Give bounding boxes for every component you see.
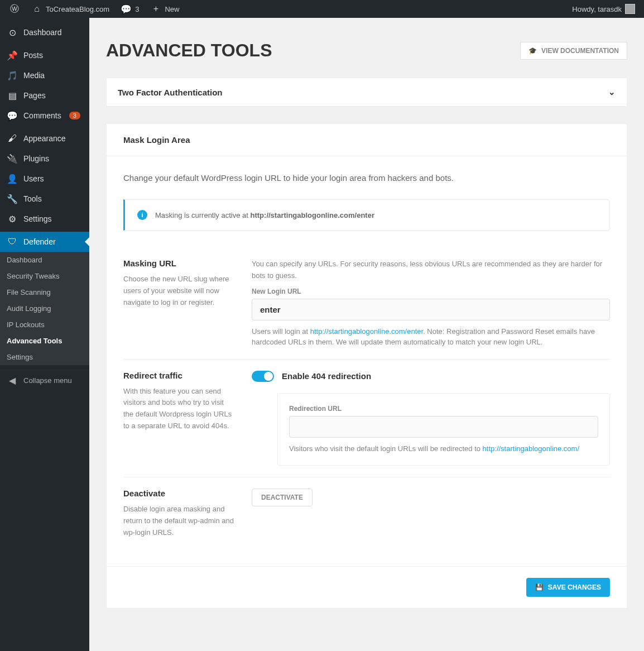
sidebar-item-label: Users: [23, 174, 44, 183]
notice-text: Masking is currently active at http://st…: [155, 211, 374, 219]
media-icon: 🎵: [7, 70, 18, 81]
toggle-label: Enable 404 redirection: [282, 371, 371, 381]
section-title: Redirect traffic: [123, 371, 235, 380]
account-link[interactable]: Howdy, tarasdk: [568, 0, 640, 18]
info-icon: i: [137, 210, 147, 220]
two-factor-panel: Two Factor Authentication ⌄: [106, 78, 627, 107]
redirect-toggle[interactable]: [252, 371, 274, 382]
save-btn-label: SAVE CHANGES: [548, 583, 601, 591]
user-icon: 👤: [7, 173, 18, 184]
section-right-desc: You can specify any URLs. For security r…: [252, 259, 610, 282]
redirect-section: Redirect traffic With this feature you c…: [123, 359, 610, 477]
brush-icon: 🖌: [7, 133, 18, 144]
submenu-file-scanning[interactable]: File Scanning: [0, 284, 89, 300]
collapse-icon: ◀: [7, 375, 18, 386]
panel-header: Mask Login Area: [107, 124, 627, 156]
sidebar-item-tools[interactable]: 🔧Tools: [0, 189, 89, 209]
submenu-audit-logging[interactable]: Audit Logging: [0, 300, 89, 317]
avatar: [625, 4, 635, 14]
accordion-title: Two Factor Authentication: [118, 88, 223, 97]
redirection-box: Redirection URL Visitors who visit the d…: [277, 393, 610, 466]
comments-badge: 3: [69, 112, 80, 119]
view-documentation-button[interactable]: 🎓VIEW DOCUMENTATION: [520, 42, 627, 60]
active-notice: i Masking is currently active at http://…: [123, 199, 610, 231]
sidebar-item-settings[interactable]: ⚙Settings: [0, 209, 89, 229]
sidebar-item-label: Defender: [23, 237, 56, 246]
sidebar-item-comments[interactable]: 💬Comments3: [0, 106, 89, 126]
sidebar-item-label: Appearance: [23, 134, 66, 143]
dashboard-icon: ⊙: [7, 27, 18, 38]
submenu-ip-lockouts[interactable]: IP Lockouts: [0, 317, 89, 333]
defender-submenu: Dashboard Security Tweaks File Scanning …: [0, 252, 89, 365]
masking-url-section: Masking URL Choose the new URL slug wher…: [123, 247, 610, 359]
login-url-input[interactable]: [252, 299, 610, 320]
sidebar-item-plugins[interactable]: 🔌Plugins: [0, 149, 89, 169]
section-desc: Disable login area masking and return to…: [123, 504, 235, 538]
redirection-url-input[interactable]: [289, 416, 598, 438]
new-link[interactable]: +New: [146, 0, 184, 18]
sidebar-item-label: Settings: [23, 214, 52, 223]
sidebar-item-dashboard[interactable]: ⊙Dashboard: [0, 22, 89, 42]
collapse-menu[interactable]: ◀Collapse menu: [0, 370, 89, 390]
save-icon: 💾: [535, 583, 544, 591]
sidebar-item-label: Pages: [23, 91, 46, 100]
admin-sidebar: ⊙Dashboard 📌Posts 🎵Media ▤Pages 💬Comment…: [0, 18, 89, 651]
login-url-link[interactable]: http://startingablogonline.com/enter: [310, 327, 423, 336]
redirection-url-label: Redirection URL: [289, 405, 598, 413]
new-label: New: [165, 5, 179, 13]
section-desc: With this feature you can send visitors …: [123, 386, 235, 432]
deactivate-button[interactable]: DEACTIVATE: [252, 489, 313, 506]
sidebar-item-label: Tools: [23, 194, 42, 203]
section-title: Masking URL: [123, 259, 235, 268]
login-url-help: Users will login at http://startingablog…: [252, 326, 610, 348]
submenu-advanced-tools[interactable]: Advanced Tools: [0, 333, 89, 349]
sidebar-item-users[interactable]: 👤Users: [0, 169, 89, 189]
graduation-icon: 🎓: [528, 47, 537, 55]
sidebar-item-defender[interactable]: 🛡Defender: [0, 232, 89, 252]
redirection-link[interactable]: http://startingablogonline.com/: [483, 444, 579, 453]
pin-icon: 📌: [7, 50, 18, 61]
sidebar-item-media[interactable]: 🎵Media: [0, 65, 89, 85]
section-desc: Choose the new URL slug where users of y…: [123, 274, 235, 308]
collapse-label: Collapse menu: [23, 376, 72, 385]
sidebar-item-label: Plugins: [23, 154, 49, 163]
submenu-settings[interactable]: Settings: [0, 349, 89, 365]
deactivate-section: Deactivate Disable login area masking an…: [123, 477, 610, 549]
two-factor-accordion-toggle[interactable]: Two Factor Authentication ⌄: [107, 78, 627, 106]
site-link[interactable]: ⌂ToCreateaBlog.com: [27, 0, 114, 18]
howdy-text: Howdy, tarasdk: [572, 5, 622, 13]
doc-btn-label: VIEW DOCUMENTATION: [541, 47, 619, 55]
sidebar-item-posts[interactable]: 📌Posts: [0, 45, 89, 65]
panel-description: Change your default WordPress login URL …: [123, 173, 610, 183]
site-name: ToCreateaBlog.com: [46, 5, 109, 13]
mask-login-panel: Mask Login Area Change your default Word…: [106, 123, 627, 609]
sidebar-item-pages[interactable]: ▤Pages: [0, 85, 89, 106]
plugin-icon: 🔌: [7, 153, 18, 164]
comments-count: 3: [135, 5, 139, 13]
comments-link[interactable]: 💬3: [116, 0, 143, 18]
home-icon: ⌂: [31, 3, 42, 15]
page-icon: ▤: [7, 90, 18, 101]
comment-icon: 💬: [7, 110, 18, 121]
sidebar-item-label: Posts: [23, 51, 43, 60]
login-url-label: New Login URL: [252, 288, 610, 295]
submenu-dashboard[interactable]: Dashboard: [0, 252, 89, 268]
settings-icon: ⚙: [7, 213, 18, 224]
sidebar-item-appearance[interactable]: 🖌Appearance: [0, 128, 89, 149]
admin-topbar: ⓦ ⌂ToCreateaBlog.com 💬3 +New Howdy, tara…: [0, 0, 644, 18]
shield-icon: 🛡: [7, 236, 18, 247]
redirection-help: Visitors who visit the default login URL…: [289, 443, 598, 454]
save-changes-button[interactable]: 💾SAVE CHANGES: [526, 578, 610, 597]
wp-logo[interactable]: ⓦ: [4, 0, 25, 18]
wrench-icon: 🔧: [7, 193, 18, 204]
plus-icon: +: [150, 3, 161, 15]
submenu-security-tweaks[interactable]: Security Tweaks: [0, 268, 89, 284]
chevron-down-icon: ⌄: [608, 87, 616, 97]
sidebar-item-label: Comments: [23, 111, 61, 120]
sidebar-item-label: Dashboard: [23, 28, 62, 37]
sidebar-item-label: Media: [23, 71, 45, 80]
page-title: ADVANCED TOOLS: [106, 40, 272, 61]
comment-icon: 💬: [121, 3, 132, 15]
section-title: Deactivate: [123, 489, 235, 498]
main-content: ADVANCED TOOLS 🎓VIEW DOCUMENTATION Two F…: [89, 18, 644, 651]
